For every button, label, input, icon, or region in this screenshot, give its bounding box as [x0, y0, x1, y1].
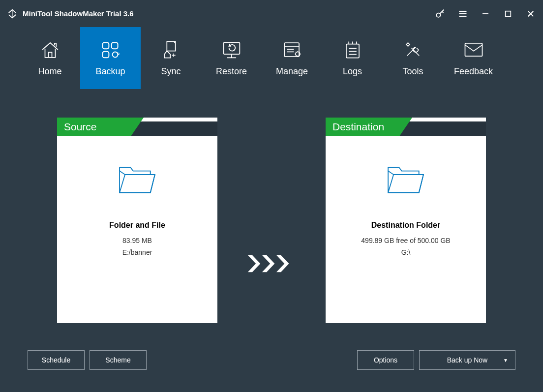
nav-restore[interactable]: Restore [201, 27, 262, 89]
key-icon[interactable] [435, 8, 446, 19]
tools-icon [403, 40, 423, 60]
window-title: MiniTool ShadowMaker Trial 3.6 [23, 9, 435, 18]
nav-backup[interactable]: Backup [80, 27, 141, 89]
minimize-icon[interactable] [480, 8, 491, 19]
nav-home[interactable]: Home [20, 27, 80, 89]
backup-icon [100, 40, 121, 60]
folder-icon [385, 163, 426, 197]
nav-label: Backup [95, 66, 125, 77]
nav-feedback[interactable]: Feedback [443, 27, 504, 89]
card-header: Source [57, 118, 217, 136]
options-button[interactable]: Options [357, 350, 414, 370]
logs-icon [343, 40, 362, 60]
svg-rect-5 [506, 11, 511, 16]
destination-title: Destination Folder [371, 221, 440, 230]
svg-rect-8 [102, 42, 109, 49]
svg-rect-10 [102, 51, 109, 58]
home-icon [40, 40, 60, 60]
destination-free: 499.89 GB free of 500.00 GB [361, 237, 450, 244]
feedback-icon [463, 40, 484, 60]
svg-rect-9 [111, 42, 118, 49]
destination-path: G:\ [401, 248, 411, 256]
app-logo-icon [7, 8, 18, 19]
menu-icon[interactable] [457, 8, 468, 19]
manage-icon [282, 40, 302, 60]
source-card-body: Folder and File 83.95 MB E:/banner [57, 136, 217, 260]
destination-card-body: Destination Folder 499.89 GB free of 500… [326, 136, 486, 260]
chevron-down-icon: ▼ [503, 358, 508, 363]
nav-logs[interactable]: Logs [322, 27, 383, 89]
nav-tools[interactable]: Tools [383, 27, 443, 89]
source-path: E:/banner [122, 248, 152, 256]
source-size: 83.95 MB [122, 237, 152, 244]
nav-label: Tools [402, 66, 423, 77]
source-header-label: Source [57, 118, 131, 136]
bottom-row: Schedule Scheme Options Back up Now ▼ [28, 350, 515, 370]
titlebar: MiniTool ShadowMaker Trial 3.6 [0, 0, 543, 27]
nav-label: Sync [161, 66, 181, 77]
main-area: Source Folder and File 83.95 MB E:/banne… [0, 89, 543, 392]
folder-icon [117, 163, 158, 197]
source-title: Folder and File [109, 221, 165, 230]
backup-now-button[interactable]: Back up Now ▼ [419, 350, 515, 370]
nav-sync[interactable]: Sync [141, 27, 201, 89]
sync-icon [162, 40, 180, 60]
scheme-button[interactable]: Scheme [90, 350, 147, 370]
destination-card[interactable]: Destination Destination Folder 499.89 GB… [326, 118, 486, 323]
nav-label: Manage [276, 66, 308, 77]
restore-icon [221, 40, 242, 60]
source-card[interactable]: Source Folder and File 83.95 MB E:/banne… [57, 118, 217, 323]
nav-manage[interactable]: Manage [262, 27, 322, 89]
destination-header-label: Destination [326, 118, 399, 136]
nav-label: Logs [343, 66, 362, 77]
svg-rect-23 [465, 43, 482, 56]
titlebar-actions [435, 8, 536, 19]
navbar: Home Backup Sync Restore [0, 27, 543, 89]
card-header-dark [131, 118, 217, 136]
maximize-icon[interactable] [503, 8, 513, 19]
close-icon[interactable] [525, 8, 536, 19]
card-header-dark [399, 118, 486, 136]
arrows-icon [247, 253, 296, 276]
card-header: Destination [326, 118, 486, 136]
nav-label: Home [38, 66, 61, 77]
backup-now-label: Back up Now [447, 356, 487, 364]
schedule-button[interactable]: Schedule [28, 350, 85, 370]
svg-rect-11 [223, 42, 240, 54]
cards-row: Source Folder and File 83.95 MB E:/banne… [0, 118, 543, 323]
nav-label: Feedback [454, 66, 493, 77]
nav-label: Restore [216, 66, 247, 77]
